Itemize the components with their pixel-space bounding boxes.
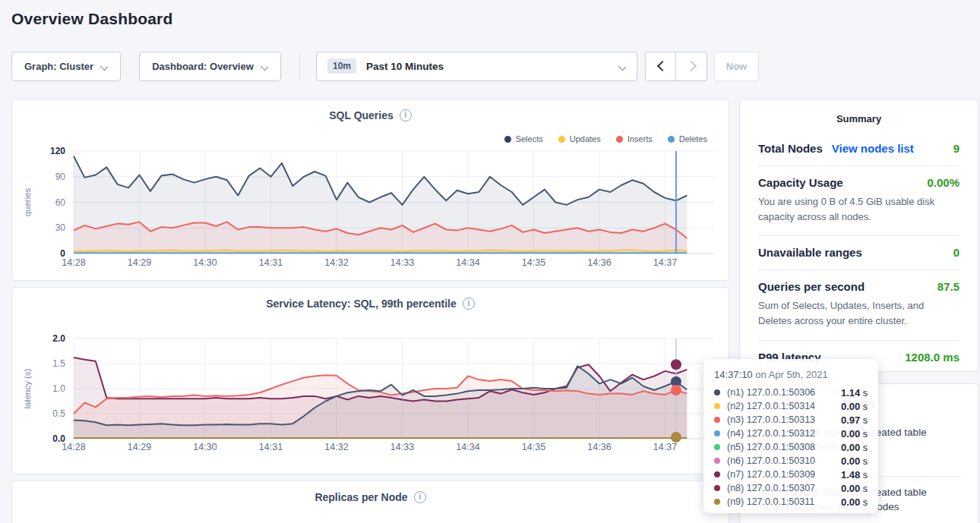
time-forward-button[interactable] (676, 52, 707, 81)
summary-row: Unavailable ranges0 (758, 235, 959, 269)
tooltip-node-row: (n1) 127.0.0.1:503061.14 s (714, 386, 868, 399)
graph-dropdown-label: Graph: Cluster (24, 61, 93, 72)
tooltip-node-label: (n5) 127.0.0.1:50308 (727, 442, 815, 452)
time-range-label: Past 10 Minutes (366, 61, 444, 72)
chevron-right-icon (688, 62, 695, 70)
toolbar: Graph: Cluster Dashboard: Overview 10m P… (11, 51, 759, 81)
summary-label: Queries per second (758, 280, 865, 293)
summary-value: 0.00% (927, 176, 959, 189)
tooltip-node-row: (n3) 127.0.0.1:503130.97 s (714, 413, 868, 427)
node-color-dot-icon (714, 417, 720, 423)
now-button[interactable]: Now (714, 52, 759, 81)
summary-label: Capacity Usage (758, 176, 843, 189)
svg-text:14:30: 14:30 (193, 257, 217, 268)
svg-text:14:31: 14:31 (259, 257, 283, 268)
svg-text:0.5: 0.5 (52, 408, 65, 419)
node-color-dot-icon (714, 444, 720, 450)
svg-text:latency (s): latency (s) (23, 368, 32, 408)
svg-text:1.0: 1.0 (52, 383, 65, 394)
svg-text:14:29: 14:29 (128, 442, 151, 452)
svg-text:14:34: 14:34 (456, 257, 479, 268)
summary-row: Queries per second87.5Sum of Selects, Up… (758, 269, 959, 339)
node-color-dot-icon (714, 485, 720, 491)
tooltip-node-row: (n2) 127.0.0.1:503140.00 s (714, 399, 868, 413)
svg-text:14:30: 14:30 (193, 442, 217, 452)
svg-text:14:37: 14:37 (653, 257, 677, 268)
tooltip-node-label: (n7) 127.0.0.1:50309 (727, 469, 815, 480)
tooltip-node-row: (n9) 127.0.0.1:503110.00 s (714, 495, 868, 509)
tooltip-node-value: 0.00 s (841, 455, 868, 467)
tooltip-node-row: (n4) 127.0.0.1:503120.00 s (714, 427, 868, 440)
svg-text:14:32: 14:32 (324, 257, 348, 268)
dashboard-dropdown-label: Dashboard: Overview (152, 61, 254, 72)
graph-dropdown[interactable]: Graph: Cluster (11, 52, 121, 81)
time-range-selector[interactable]: 10m Past 10 Minutes (316, 52, 637, 81)
summary-row: Total NodesView nodes list9 (758, 132, 959, 165)
summary-subtext: Sum of Selects, Updates, Inserts, and De… (758, 298, 959, 329)
summary-row: Capacity Usage0.00%You are using 0 B of … (758, 165, 959, 235)
svg-text:14:36: 14:36 (587, 257, 611, 268)
sql-queries-chart[interactable]: 14:2814:2914:3014:3114:3214:3314:3414:35… (12, 99, 729, 280)
svg-text:120: 120 (50, 146, 65, 156)
tooltip-node-row: (n6) 127.0.0.1:503100.00 s (714, 454, 868, 468)
tooltip-node-value: 0.97 s (841, 414, 868, 426)
chevron-down-icon (261, 63, 268, 70)
node-color-dot-icon (714, 471, 720, 477)
info-icon[interactable]: i (414, 491, 426, 503)
node-color-dot-icon (714, 389, 720, 395)
tooltip-node-value: 0.00 s (841, 496, 868, 508)
svg-text:30: 30 (55, 222, 66, 233)
tooltip-timestamp: 14:37:10 on Apr 5th, 2021 (714, 369, 868, 380)
summary-value: 1208.0 ms (905, 351, 959, 364)
tooltip-node-row: (n5) 127.0.0.1:503080.00 s (714, 440, 868, 454)
svg-text:2.0: 2.0 (52, 333, 65, 344)
node-color-dot-icon (714, 458, 720, 464)
summary-panel: Summary Total NodesView nodes list9Capac… (739, 99, 978, 372)
svg-text:14:37: 14:37 (653, 442, 677, 452)
summary-value: 9 (953, 142, 959, 155)
dashboard-dropdown[interactable]: Dashboard: Overview (139, 52, 281, 81)
time-back-button[interactable] (645, 52, 676, 81)
svg-text:14:29: 14:29 (128, 257, 151, 268)
time-range-badge: 10m (327, 58, 356, 74)
svg-text:14:35: 14:35 (522, 442, 545, 452)
tooltip-node-value: 0.00 s (841, 442, 868, 453)
tooltip-node-label: (n2) 127.0.0.1:50314 (727, 401, 815, 411)
tooltip-node-value: 0.00 s (841, 401, 868, 412)
summary-heading: Summary (740, 99, 978, 132)
node-color-dot-icon (714, 403, 720, 409)
summary-subtext: You are using 0 B of 4.5 GiB usable disk… (758, 194, 959, 225)
svg-text:14:31: 14:31 (259, 442, 283, 452)
tooltip-node-label: (n1) 127.0.0.1:50306 (727, 387, 815, 398)
tooltip-node-value: 0.00 s (841, 483, 868, 494)
time-step-buttons (645, 52, 707, 81)
svg-text:1.5: 1.5 (52, 358, 65, 369)
tooltip-node-value: 1.48 s (841, 469, 868, 480)
tooltip-node-row: (n7) 127.0.0.1:503091.48 s (714, 468, 868, 481)
chevron-down-icon (619, 63, 626, 70)
svg-text:90: 90 (55, 172, 66, 182)
page-title: Overview Dashboard (11, 10, 173, 28)
view-nodes-list-link[interactable]: View nodes list (832, 142, 914, 155)
svg-text:0: 0 (60, 248, 65, 259)
svg-text:14:36: 14:36 (587, 442, 611, 452)
summary-label: Total Nodes (758, 142, 823, 155)
chart-hover-tooltip: 14:37:10 on Apr 5th, 2021 (n1) 127.0.0.1… (703, 359, 878, 513)
summary-value: 87.5 (937, 280, 959, 293)
svg-text:14:33: 14:33 (390, 257, 414, 268)
svg-text:14:33: 14:33 (390, 442, 414, 452)
svg-text:queries: queries (23, 187, 32, 216)
replicas-per-node-title: Replicas per Node (315, 491, 407, 503)
summary-label: Unavailable ranges (758, 246, 862, 259)
svg-text:60: 60 (55, 197, 66, 208)
chevron-left-icon (657, 62, 665, 70)
tooltip-node-label: (n9) 127.0.0.1:50311 (727, 496, 814, 507)
svg-text:0.0: 0.0 (52, 433, 65, 444)
tooltip-node-value: 1.14 s (841, 387, 868, 399)
tooltip-node-label: (n3) 127.0.0.1:50313 (727, 414, 815, 425)
toolbar-divider (299, 52, 300, 80)
service-latency-chart[interactable]: 14:2814:2914:3014:3114:3214:3314:3414:35… (12, 288, 729, 474)
tooltip-node-label: (n6) 127.0.0.1:50310 (727, 455, 815, 466)
replicas-per-node-card: Replicas per Node i (11, 480, 729, 523)
service-latency-card: Service Latency: SQL, 99th percentile i … (11, 287, 729, 474)
